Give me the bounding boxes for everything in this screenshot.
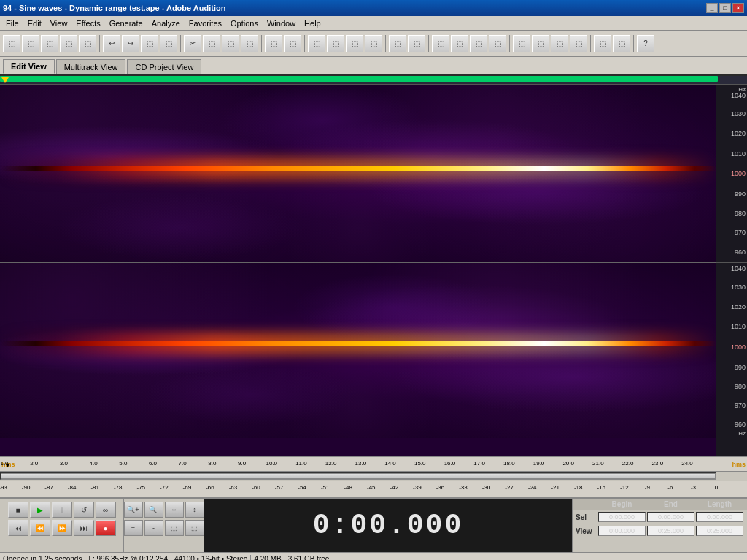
toolbar-settings[interactable]: ⬚: [613, 35, 630, 52]
toolbar-delete[interactable]: ⬚: [222, 35, 239, 52]
toolbar-level2[interactable]: ⬚: [532, 35, 549, 52]
toolbar-sep4: [304, 35, 305, 52]
view-end[interactable]: 0:25.000: [647, 526, 694, 536]
freq-labels-right: Hz 1040 1030 1020 1010 1000 990 980 970 …: [716, 85, 747, 456]
toolbar-saveas[interactable]: ⬚: [60, 35, 77, 52]
toolbar-copy[interactable]: ⬚: [160, 35, 177, 52]
zoom-out-horiz-button[interactable]: 🔍-: [144, 502, 163, 518]
menu-help[interactable]: Help: [300, 18, 325, 28]
minimize-button[interactable]: _: [706, 3, 718, 13]
db-tick--72: -72: [160, 484, 169, 491]
toolbar-repeat[interactable]: ⬚: [141, 35, 158, 52]
stop-button[interactable]: ■: [8, 502, 28, 518]
toolbar-rec[interactable]: ⬚: [594, 35, 611, 52]
zoom-in-vert-button[interactable]: +: [124, 520, 143, 536]
toolbar-cut[interactable]: ✂: [184, 35, 201, 52]
tab-edit-view[interactable]: Edit View: [3, 59, 55, 74]
db-ruler: -93-90-87-84-81-78-75-72-69-66-63-60-57-…: [0, 481, 747, 497]
db-tick--90: -90: [22, 484, 31, 491]
menu-options[interactable]: Options: [226, 18, 263, 28]
tab-cd-project-view[interactable]: CD Project View: [127, 59, 201, 74]
time-tick-12.0: 12.0: [325, 460, 337, 467]
toolbar-zoom-in[interactable]: ⬚: [308, 35, 325, 52]
toolbar-paste[interactable]: ⬚: [203, 35, 220, 52]
rewind-button[interactable]: ⏪: [30, 520, 50, 536]
time-info-header: Begin End Length: [573, 499, 747, 510]
play-button[interactable]: ▶: [30, 502, 50, 518]
record-button[interactable]: ●: [96, 520, 116, 536]
h-scroll-thumb[interactable]: [1, 473, 716, 479]
zoom-reset-button[interactable]: ⬚: [165, 520, 184, 536]
tab-multitrack-view[interactable]: Multitrack View: [56, 59, 126, 74]
maximize-button[interactable]: □: [719, 3, 731, 13]
toolbar-new[interactable]: ⬚: [3, 35, 20, 52]
menu-effects[interactable]: Effects: [71, 18, 104, 28]
status-time: 0:12.254: [139, 555, 168, 560]
sel-begin[interactable]: 0:00.000: [598, 512, 646, 522]
toolbar-zoom-out[interactable]: ⬚: [327, 35, 344, 52]
toolbar-level[interactable]: ⬚: [513, 35, 530, 52]
toolbar-spectral[interactable]: ⬚: [389, 35, 406, 52]
view-tabs: Edit View Multitrack View CD Project Vie…: [0, 57, 747, 74]
menu-bar: File Edit View Effects Generate Analyze …: [0, 16, 747, 31]
bottom-controls: ■ ▶ ⏸ ↺ ∞ ⏮ ⏪ ⏩ ⏭ ● 🔍+ 🔍- ↔ ↕ + - ⬚ ⬚: [0, 497, 747, 552]
menu-window[interactable]: Window: [263, 18, 300, 28]
sel-length[interactable]: 0:00.000: [696, 512, 743, 522]
zoom-full-horiz-button[interactable]: ↔: [165, 502, 184, 518]
menu-file[interactable]: File: [1, 18, 23, 28]
toolbar: ⬚ ⬚ ⬚ ⬚ ⬚ ↩ ↪ ⬚ ⬚ ✂ ⬚ ⬚ ⬚ ⬚ ⬚ ⬚ ⬚ ⬚ ⬚ ⬚ …: [0, 31, 747, 57]
toolbar-redo[interactable]: ↪: [122, 35, 139, 52]
db-tick--66: -66: [206, 484, 214, 491]
toolbar-zoom-full[interactable]: ⬚: [365, 35, 382, 52]
toolbar-trim[interactable]: ⬚: [241, 35, 258, 52]
skip-to-start-button[interactable]: ⏮: [8, 520, 28, 536]
toolbar-play-from-start[interactable]: ⬚: [432, 35, 449, 52]
db-tick--69: -69: [183, 484, 192, 491]
menu-view[interactable]: View: [46, 18, 72, 28]
menu-favorites[interactable]: Favorites: [185, 18, 226, 28]
time-tick-11.0: 11.0: [295, 460, 307, 467]
h-scroll-track[interactable]: [0, 472, 716, 480]
menu-generate[interactable]: Generate: [105, 18, 147, 28]
toolbar-save[interactable]: ⬚: [41, 35, 58, 52]
pause-button[interactable]: ⏸: [52, 502, 72, 518]
transport-row1: ■ ▶ ⏸ ↺ ∞: [3, 502, 120, 518]
time-tick-20.0: 20.0: [562, 460, 574, 467]
toolbar-mixer[interactable]: ⬚: [551, 35, 568, 52]
fast-forward-button[interactable]: ⏩: [52, 520, 72, 536]
view-length[interactable]: 0:25.000: [696, 526, 743, 536]
toolbar-skip-fwd[interactable]: ⬚: [489, 35, 506, 52]
loop-button[interactable]: ∞: [96, 502, 116, 518]
view-begin[interactable]: 0:00.000: [598, 526, 646, 536]
play-from-start-button[interactable]: ↺: [74, 502, 94, 518]
skip-to-end-button[interactable]: ⏭: [74, 520, 94, 536]
spectrogram-area[interactable]: [0, 85, 716, 456]
close-button[interactable]: ×: [732, 3, 744, 13]
position-bar-container[interactable]: [0, 76, 747, 85]
toolbar-effect[interactable]: ⬚: [570, 35, 587, 52]
view-row: View 0:00.000 0:25.000 0:25.000: [573, 524, 747, 537]
toolbar-select-all[interactable]: ⬚: [265, 35, 282, 52]
status-div2: [171, 555, 171, 561]
status-disk: 3.61 GB free: [288, 555, 330, 560]
zoom-out-vert-button[interactable]: -: [144, 520, 163, 536]
db-tick--15: -15: [597, 484, 605, 491]
toolbar-open[interactable]: ⬚: [22, 35, 39, 52]
toolbar-zoom-sel[interactable]: ⬚: [346, 35, 363, 52]
toolbar-help[interactable]: ?: [637, 35, 654, 52]
zoom-in-horiz-button[interactable]: 🔍+: [124, 502, 143, 518]
toolbar-waveform[interactable]: ⬚: [408, 35, 425, 52]
menu-analyze[interactable]: Analyze: [147, 18, 185, 28]
spectrogram-top-panel: [0, 85, 716, 263]
toolbar-undo[interactable]: ↩: [103, 35, 120, 52]
toolbar-skip-back[interactable]: ⬚: [470, 35, 487, 52]
toolbar-select-to-start[interactable]: ⬚: [284, 35, 301, 52]
toolbar-loop[interactable]: ⬚: [451, 35, 468, 52]
sel-end[interactable]: 0:00.000: [647, 512, 694, 522]
zoom-sel-button[interactable]: ↕: [185, 502, 204, 518]
toolbar-sep5: [385, 35, 386, 52]
menu-edit[interactable]: Edit: [23, 18, 46, 28]
zoom-fit-button[interactable]: ⬚: [185, 520, 204, 536]
time-header-label-space: [576, 500, 597, 508]
toolbar-close[interactable]: ⬚: [79, 35, 96, 52]
